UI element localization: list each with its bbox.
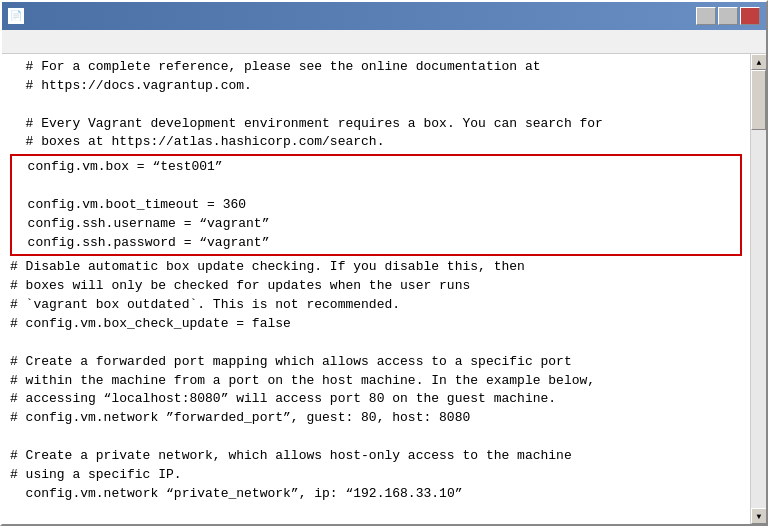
close-button[interactable] [740,7,760,25]
text-line: # Disable automatic box update checking.… [10,258,742,277]
text-line: # config.vm.box_check_update = false [10,315,742,334]
text-line: # https://docs.vagrantup.com. [10,77,742,96]
menu-view[interactable] [54,40,70,44]
content-area: # For a complete reference, please see t… [2,54,766,524]
text-line: config.vm.network “private_network”, ip:… [10,485,742,504]
maximize-button[interactable] [718,7,738,25]
menu-format[interactable] [38,40,54,44]
menu-file[interactable] [6,40,22,44]
text-line: # boxes will only be checked for updates… [10,277,742,296]
text-line [10,503,742,522]
text-line [10,96,742,115]
text-line: # For a complete reference, please see t… [10,58,742,77]
highlighted-config-line: config.ssh.password = “vagrant” [12,234,740,253]
text-line: # Every Vagrant development environment … [10,115,742,134]
text-line: # Create a public network, which general… [10,522,742,524]
text-line [10,334,742,353]
minimize-button[interactable] [696,7,716,25]
scroll-down-button[interactable]: ▼ [751,508,766,524]
highlighted-config-block: config.vm.box = “test001” config.vm.boot… [10,154,742,256]
scrollbar-track[interactable] [751,70,766,508]
text-line: # within the machine from a port on the … [10,372,742,391]
scrollbar[interactable]: ▲ ▼ [750,54,766,524]
text-line: # Create a forwarded port mapping which … [10,353,742,372]
text-line: # Create a private network, which allows… [10,447,742,466]
titlebar-left: 📄 [8,8,30,24]
highlighted-config-line: config.vm.boot_timeout = 360 [12,196,740,215]
text-line [10,428,742,447]
text-editor[interactable]: # For a complete reference, please see t… [2,54,750,524]
main-window: 📄 # For a complete reference, please see… [0,0,768,526]
highlighted-config-line: config.vm.box = “test001” [12,158,740,177]
text-line: # boxes at https://atlas.hashicorp.com/s… [10,133,742,152]
text-line: # config.vm.network ”forwarded_port”, gu… [10,409,742,428]
menubar [2,30,766,54]
menu-edit[interactable] [22,40,38,44]
text-line: # using a specific IP. [10,466,742,485]
titlebar-buttons [696,7,760,25]
menu-help[interactable] [70,40,86,44]
scroll-up-button[interactable]: ▲ [751,54,766,70]
app-icon: 📄 [8,8,24,24]
titlebar: 📄 [2,2,766,30]
text-line: # accessing “localhost:8080” will access… [10,390,742,409]
highlighted-config-line [12,177,740,196]
text-line: # `vagrant box outdated`. This is not re… [10,296,742,315]
scrollbar-thumb[interactable] [751,70,766,130]
highlighted-config-line: config.ssh.username = “vagrant” [12,215,740,234]
